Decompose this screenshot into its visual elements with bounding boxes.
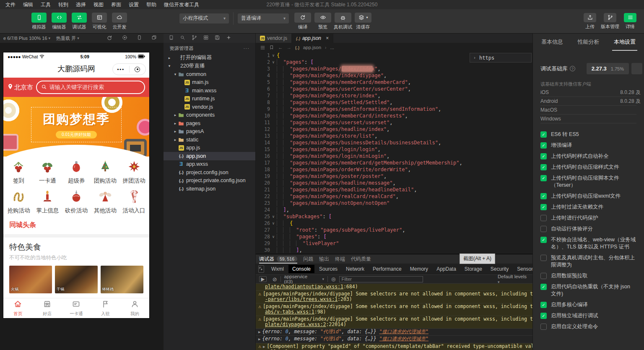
grid-item-掌上信息[interactable]: 掌上信息 <box>33 190 62 214</box>
tree-item-pages[interactable]: ▸pages <box>164 119 255 128</box>
code-editor[interactable]: › https 1∨{2∨ "pages": [3 "pages/mainPag… <box>256 52 532 254</box>
checkbox-checked[interactable]: ✓ <box>540 284 547 290</box>
promo-banner[interactable]: 团购梦想季 0.01元拼好技能 <box>3 97 149 157</box>
toolbar-action-编译[interactable]: 编译 <box>293 13 312 30</box>
devtools-tab-Memory[interactable]: Memory <box>406 265 432 273</box>
device-select[interactable]: e 6/7/8 Plus 100% 16 <box>3 36 47 41</box>
hot-reload-toggle[interactable]: 热重载 开 <box>56 35 76 42</box>
grid-item-超级券[interactable]: 超级券 <box>62 160 91 185</box>
checkbox-unchecked[interactable] <box>540 215 547 221</box>
library-extra-button[interactable] <box>631 63 642 74</box>
devtools-tab-Storage[interactable]: Storage <box>461 265 486 273</box>
setting-option[interactable]: 自动运行体验评分 <box>540 225 636 232</box>
city-selector[interactable]: 北京市 <box>8 84 33 91</box>
grid-item-抢购活动[interactable]: 抢购活动 <box>4 190 33 214</box>
checkbox-unchecked[interactable] <box>540 255 547 261</box>
menu-item-微信开发者工具[interactable]: 微信开发者工具 <box>160 0 203 9</box>
checkbox-checked[interactable]: ✓ <box>540 204 547 210</box>
debugger-tab-调试器[interactable]: 调试器59, 516 <box>259 254 297 264</box>
capsule-button[interactable]: ••• <box>112 63 146 75</box>
details-tab-性能分析[interactable]: 性能分析 <box>578 38 600 47</box>
compile-select[interactable]: 普通编译▾ <box>238 13 289 24</box>
levels-select[interactable]: Default levels ▾ <box>498 274 529 284</box>
setting-option[interactable]: 预览及真机调试时主包、分包体积上限调整为 <box>540 254 636 269</box>
console-filter-input[interactable] <box>339 276 423 282</box>
setting-option[interactable]: ✓上传代码时样式自动补全 <box>540 153 636 160</box>
tree-item-main.wxss[interactable]: Ǝmain.wxss <box>164 86 255 95</box>
windows-icon[interactable] <box>151 35 157 42</box>
breadcrumb-file[interactable]: app.json <box>303 45 321 50</box>
toolbar-action-真机调试[interactable]: 真机调试 <box>333 13 353 30</box>
grid-item-签到[interactable]: 签到 <box>4 160 33 185</box>
more-icon[interactable]: ••• <box>113 67 129 72</box>
find-widget[interactable]: › https <box>470 53 532 63</box>
nav-forward-icon[interactable]: → <box>287 45 292 50</box>
tree-item-打开的编辑器[interactable]: ▸打开的编辑器 <box>164 54 255 62</box>
devtools-tab-Console[interactable]: Console <box>288 265 314 273</box>
console-message[interactable]: ⚠[pages/mainPages/index/diypage] Some se… <box>256 291 532 303</box>
grid-item-其他活动[interactable]: 其他活动 <box>91 190 119 214</box>
checkbox-unchecked[interactable] <box>540 273 547 279</box>
grid-item-砍价活动[interactable]: 砍价活动 <box>62 190 91 214</box>
exit-icon[interactable] <box>130 67 146 72</box>
expand-icon[interactable]: › <box>473 55 476 60</box>
menu-item-编辑[interactable]: 编辑 <box>19 0 37 9</box>
toolbar-right-版本管理[interactable]: 版本管理 <box>600 13 620 30</box>
toolbar-button-云开发[interactable]: 云开发 <box>110 13 129 30</box>
setting-option[interactable]: ✓上传代码时自动压缩脚本文件（Terser） <box>540 175 636 189</box>
docs-icon[interactable] <box>169 34 174 42</box>
search-icon[interactable] <box>180 34 185 42</box>
toolbar-button-可视化[interactable]: 可视化 <box>90 13 109 30</box>
toolbar-action-预览[interactable]: 预览 <box>313 13 332 30</box>
checkbox-checked[interactable]: ✓ <box>540 237 547 243</box>
tab-好店[interactable]: 好店 <box>33 298 62 318</box>
more-actions-icon[interactable]: ··· <box>244 46 250 51</box>
nav-back-icon[interactable]: ← <box>278 45 283 50</box>
toolbar-button-编辑器[interactable]: 编辑器 <box>49 13 69 30</box>
tab-一卡通[interactable]: 一卡通 <box>62 298 91 318</box>
find-input-value[interactable]: https <box>479 55 494 61</box>
list-icon[interactable] <box>260 45 265 50</box>
setting-option[interactable]: ✓启用多核心编译 <box>540 301 636 308</box>
tree-item-common[interactable]: ▾common <box>164 70 255 78</box>
breadcrumb-more[interactable]: ... <box>330 45 334 50</box>
tree-item-runtime.js[interactable]: JSruntime.js <box>164 95 255 103</box>
refresh-icon[interactable] <box>106 35 113 42</box>
fold-icon[interactable]: ∨ <box>270 235 277 239</box>
eye-icon[interactable]: ◎ <box>331 276 335 282</box>
context-select[interactable]: appservice (#3)▾ <box>284 274 325 284</box>
setting-option[interactable]: 上传时进行代码保护 <box>540 214 636 222</box>
setting-option[interactable]: ✓上传代码时自动压缩wxml文件 <box>540 193 636 200</box>
fold-icon[interactable]: ∨ <box>270 60 277 64</box>
console-message[interactable]: ▶{errno: 0, message: "代理id", data: {…}} … <box>256 336 532 343</box>
menu-item-设置[interactable]: 设置 <box>125 0 143 9</box>
search-input[interactable]: 请输入关键字进行搜索 <box>36 81 145 94</box>
tree-item-220带直播[interactable]: ▾220带直播 <box>164 62 255 71</box>
run-icon[interactable]: ▶ <box>259 276 267 282</box>
setting-option[interactable]: ✓ES6 转 ES5 <box>540 131 636 138</box>
console-message[interactable]: ▶{errno: 0, message: "代理id", data: {…}} … <box>256 329 532 336</box>
console-message[interactable]: ⚠[pages/mainPages/index/diypage] Some se… <box>256 316 532 329</box>
city-headline-link[interactable]: 同城头条 <box>3 216 149 234</box>
tree-item-project.config.json[interactable]: {..}project.config.json <box>164 168 255 177</box>
help-icon[interactable]: ? <box>570 66 575 71</box>
toolbar-button-模拟器[interactable]: 模拟器 <box>29 13 49 30</box>
sparkle-icon[interactable] <box>226 34 231 42</box>
devtools-tab-Sources[interactable]: Sources <box>315 265 341 273</box>
menu-item-工具[interactable]: 工具 <box>37 0 55 9</box>
debugger-tab-终端[interactable]: 终端 <box>335 254 345 264</box>
console-message[interactable]: ⚠▶[Component] property "pageId" of "comp… <box>256 343 532 350</box>
tree-item-pagesA[interactable]: ▸pagesA <box>164 128 255 136</box>
fold-icon[interactable]: ∨ <box>270 214 277 219</box>
toolbar-right-上传[interactable]: 上传 <box>580 13 600 30</box>
setting-option[interactable]: ✓不校验合法域名、web-view（业务域名）、TLS 版本以及 HTTPS 证… <box>540 236 636 251</box>
setting-option[interactable]: ✓启用代码自动热重载（不支持 json 文件) <box>540 283 636 298</box>
toolbar-action-清缓存[interactable]: ▾清缓存 <box>353 13 373 30</box>
console-message[interactable]: plate/haodiantoutiao.wxss:1:684) <box>256 284 532 291</box>
setting-option[interactable]: ✓上传代码时自动压缩样式文件 <box>540 164 636 171</box>
checkbox-checked[interactable]: ✓ <box>540 164 547 170</box>
toolbar-button-调试器[interactable]: 调试器 <box>70 13 89 30</box>
food-image-干锅[interactable]: 干锅 <box>55 266 98 293</box>
tree-item-static[interactable]: ▸static <box>164 136 255 144</box>
editor-tab-app.json[interactable]: {..}app.json× <box>292 34 333 43</box>
